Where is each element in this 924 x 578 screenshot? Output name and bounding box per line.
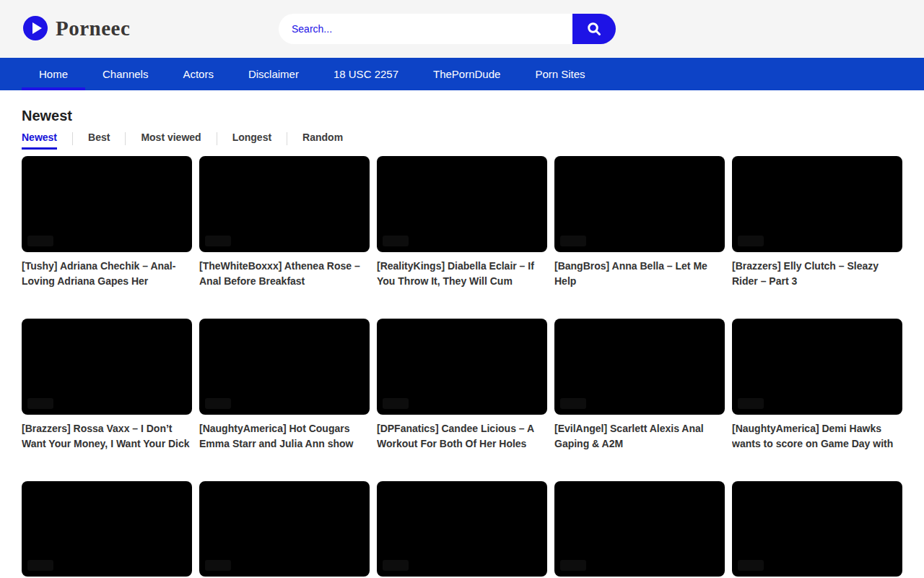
tab-divider: [217, 132, 217, 145]
tab-newest[interactable]: Newest: [22, 131, 57, 150]
tab-divider: [125, 132, 126, 145]
tab-divider: [287, 132, 287, 145]
video-title[interactable]: [Tushy] Adriana Chechik – Anal-Loving Ad…: [22, 259, 192, 289]
tab-best[interactable]: Best: [88, 131, 110, 150]
video-thumbnail[interactable]: [554, 481, 725, 577]
video-grid: [Tushy] Adriana Chechik – Anal-Loving Ad…: [22, 156, 902, 578]
search-form: [279, 14, 616, 44]
video-thumbnail[interactable]: [22, 156, 192, 252]
video-card: [BangBros] Anna Bella – Let Me Help: [554, 156, 725, 289]
video-card: [Brazzers] Rossa Vaxx – I Don’t Want You…: [22, 319, 192, 452]
video-title[interactable]: [NaughtyAmerica] Demi Hawks wants to sco…: [732, 421, 902, 452]
video-title[interactable]: [DPFanatics] Candee Licious – A Workout …: [377, 421, 547, 452]
video-title[interactable]: [Brazzers] Elly Clutch – Sleazy Rider – …: [732, 259, 902, 289]
video-title[interactable]: [RealityKings] Diabella Eclair – If You …: [377, 259, 547, 289]
video-card: [Tushy] Adriana Chechik – Anal-Loving Ad…: [22, 156, 192, 289]
tab-longest[interactable]: Longest: [232, 131, 271, 150]
duration-badge: [27, 398, 53, 409]
tab-random[interactable]: Random: [302, 131, 343, 150]
search-button[interactable]: [572, 14, 616, 44]
search-icon: [586, 21, 602, 37]
video-thumbnail[interactable]: [377, 319, 547, 415]
video-card: [EvilAngel] Scarlett Alexis Anal Gaping …: [554, 319, 725, 452]
duration-badge: [205, 236, 231, 246]
video-card: [732, 481, 902, 578]
video-thumbnail[interactable]: [199, 319, 370, 415]
video-card: [199, 481, 370, 578]
video-card: [RealityKings] Diabella Eclair – If You …: [377, 156, 547, 289]
video-card: [554, 481, 725, 578]
page-title: Newest: [22, 107, 902, 124]
duration-badge: [383, 560, 409, 571]
video-thumbnail[interactable]: [554, 319, 725, 415]
video-thumbnail[interactable]: [554, 156, 725, 252]
video-card: [22, 481, 192, 578]
video-title[interactable]: [EvilAngel] Scarlett Alexis Anal Gaping …: [554, 421, 725, 452]
video-thumbnail[interactable]: [22, 319, 192, 415]
video-thumbnail[interactable]: [377, 156, 547, 252]
duration-badge: [205, 398, 231, 409]
duration-badge: [738, 398, 764, 409]
video-card: [NaughtyAmerica] Hot Cougars Emma Starr …: [199, 319, 370, 452]
video-thumbnail[interactable]: [732, 481, 902, 577]
video-thumbnail[interactable]: [199, 156, 370, 252]
duration-badge: [383, 398, 409, 409]
tab-most-viewed[interactable]: Most viewed: [141, 131, 201, 150]
video-thumbnail[interactable]: [732, 156, 902, 252]
video-card: [DPFanatics] Candee Licious – A Workout …: [377, 319, 547, 452]
duration-badge: [738, 560, 764, 571]
duration-badge: [560, 560, 586, 571]
video-card: [TheWhiteBoxxx] Athenea Rose – Anal Befo…: [199, 156, 370, 289]
main-content: Newest Newest Best Most viewed Longest R…: [0, 107, 924, 578]
duration-badge: [383, 236, 409, 246]
video-title[interactable]: [Brazzers] Rossa Vaxx – I Don’t Want You…: [22, 421, 192, 452]
duration-badge: [205, 560, 231, 571]
site-logo-text: Porneec: [56, 16, 130, 40]
nav-item-18-usc-2257[interactable]: 18 USC 2257: [316, 58, 416, 90]
duration-badge: [560, 236, 586, 246]
video-thumbnail[interactable]: [199, 481, 370, 577]
video-card: [377, 481, 547, 578]
duration-badge: [27, 236, 53, 246]
video-title[interactable]: [NaughtyAmerica] Hot Cougars Emma Starr …: [199, 421, 370, 452]
search-input[interactable]: [279, 14, 616, 44]
nav-item-disclaimer[interactable]: Disclaimer: [231, 58, 316, 90]
duration-badge: [738, 236, 764, 246]
duration-badge: [560, 398, 586, 409]
video-thumbnail[interactable]: [732, 319, 902, 415]
nav-item-porn-sites[interactable]: Porn Sites: [518, 58, 602, 90]
nav-item-channels[interactable]: Channels: [85, 58, 165, 90]
play-icon: [23, 16, 48, 40]
site-header: Porneec: [0, 0, 924, 58]
tab-divider: [72, 132, 73, 145]
video-thumbnail[interactable]: [22, 481, 192, 577]
nav-item-actors[interactable]: Actors: [165, 58, 231, 90]
sort-tabs: Newest Best Most viewed Longest Random: [22, 131, 902, 150]
nav-item-theporndude[interactable]: ThePornDude: [416, 58, 518, 90]
main-nav: Home Channels Actors Disclaimer 18 USC 2…: [0, 58, 924, 90]
video-title[interactable]: [BangBros] Anna Bella – Let Me Help: [554, 259, 725, 289]
video-title[interactable]: [TheWhiteBoxxx] Athenea Rose – Anal Befo…: [199, 259, 370, 289]
nav-item-home[interactable]: Home: [22, 58, 85, 90]
duration-badge: [27, 560, 53, 571]
video-card: [NaughtyAmerica] Demi Hawks wants to sco…: [732, 319, 902, 452]
video-thumbnail[interactable]: [377, 481, 547, 577]
video-card: [Brazzers] Elly Clutch – Sleazy Rider – …: [732, 156, 902, 289]
site-logo[interactable]: Porneec: [23, 16, 130, 40]
